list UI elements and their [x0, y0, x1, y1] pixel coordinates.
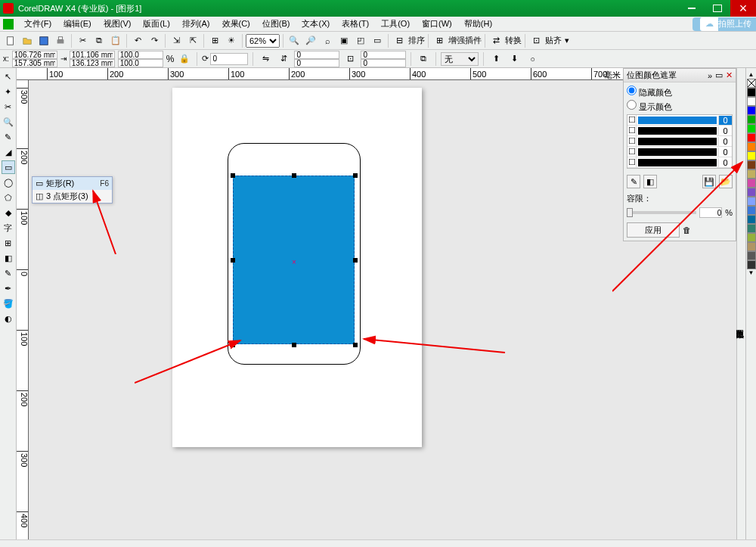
h-input[interactable]: [70, 59, 115, 67]
apply-button[interactable]: 应用: [627, 222, 680, 238]
palette-up-icon[interactable]: ▲: [748, 71, 754, 79]
mask-row[interactable]: ☐0: [627, 115, 732, 126]
delete-mask-button[interactable]: 🗑: [683, 225, 691, 235]
interactive-fill-tool[interactable]: ◐: [2, 312, 15, 325]
undo-button[interactable]: ↶: [130, 34, 145, 48]
selection-handle[interactable]: [231, 343, 235, 347]
swatch[interactable]: [747, 197, 756, 206]
app-launcher-button[interactable]: ⊞: [207, 34, 222, 48]
selection-handle[interactable]: [231, 173, 235, 178]
zoom-page-button[interactable]: ▣: [336, 34, 352, 48]
zoom-tool[interactable]: 🔍: [2, 115, 15, 129]
swatch[interactable]: [747, 251, 756, 260]
scale-y-input[interactable]: [118, 59, 163, 67]
corner-d-input[interactable]: [361, 59, 406, 67]
selection-handle[interactable]: [353, 343, 358, 347]
fill-tool[interactable]: 🪣: [2, 297, 15, 310]
app-menu-icon[interactable]: [3, 19, 14, 30]
rotation-input[interactable]: [210, 53, 248, 65]
mask-row[interactable]: ☐0: [627, 136, 732, 147]
zoom-in-button[interactable]: 🔍: [287, 34, 302, 48]
copy-button[interactable]: ⧉: [91, 34, 107, 48]
menu-window[interactable]: 窗口(W): [416, 18, 458, 30]
swatch[interactable]: [747, 160, 756, 169]
selection-handle[interactable]: [292, 173, 296, 178]
swatch[interactable]: [747, 188, 756, 197]
wrap-button[interactable]: ⧉: [416, 52, 431, 66]
docker-collapse-icon[interactable]: »: [708, 71, 712, 80]
swatch[interactable]: [747, 124, 756, 133]
text-tool[interactable]: 字: [2, 221, 15, 235]
docker-menu-icon[interactable]: ▭: [715, 70, 723, 80]
zoom-select[interactable]: 62%: [246, 34, 280, 48]
menu-bitmap[interactable]: 位图(B): [256, 18, 296, 30]
cut-button[interactable]: ✂: [75, 34, 90, 48]
close-button[interactable]: [730, 0, 756, 17]
zoom-out-button[interactable]: 🔎: [303, 34, 318, 48]
swatch-none[interactable]: [747, 79, 756, 88]
basic-shapes-tool[interactable]: ◆: [2, 206, 15, 219]
interactive-tool[interactable]: ◧: [2, 251, 15, 265]
selection-handle[interactable]: [292, 343, 296, 347]
y-input[interactable]: [12, 59, 57, 67]
minimize-button[interactable]: [679, 0, 705, 17]
save-button[interactable]: [36, 34, 51, 48]
show-color-radio[interactable]: 显示颜色: [627, 100, 733, 113]
menu-table[interactable]: 表格(T): [336, 18, 375, 30]
plugin-button[interactable]: ⊞: [432, 34, 447, 48]
swatch[interactable]: [747, 260, 756, 269]
paste-button[interactable]: 📋: [108, 34, 123, 48]
corner-c-input[interactable]: [361, 51, 406, 59]
pick-tool[interactable]: ↖: [2, 70, 15, 83]
rectangle-tool[interactable]: ▭: [2, 160, 15, 174]
corner-lock-button[interactable]: ⊡: [342, 52, 358, 66]
w-input[interactable]: [70, 51, 115, 59]
zoom-fit-button[interactable]: ◰: [353, 34, 368, 48]
scale-x-input[interactable]: [118, 51, 163, 59]
redo-button[interactable]: ↷: [147, 34, 162, 48]
menu-edit[interactable]: 编辑(E): [57, 18, 98, 30]
convert-button[interactable]: ⇄: [488, 34, 503, 48]
menu-layout[interactable]: 版面(L): [137, 18, 175, 30]
x-input[interactable]: [12, 51, 57, 59]
welcome-button[interactable]: ☀: [224, 34, 239, 48]
corner-a-input[interactable]: [294, 51, 339, 59]
polygon-tool[interactable]: ⬠: [2, 191, 15, 204]
eyedropper-button[interactable]: ✎: [627, 175, 640, 188]
swatch[interactable]: [747, 242, 756, 251]
outline-select[interactable]: 无: [441, 52, 479, 66]
menu-text[interactable]: 文本(X): [296, 18, 336, 30]
selection-handle[interactable]: [353, 258, 358, 263]
menu-effects[interactable]: 效果(C): [216, 18, 256, 30]
open-mask-button[interactable]: 📂: [719, 175, 733, 188]
snap-button[interactable]: ⊡: [528, 34, 544, 48]
swatch[interactable]: [747, 169, 756, 179]
docker-tab[interactable]: 位图颜色遮罩: [736, 68, 745, 547]
freehand-tool[interactable]: ✎: [2, 130, 15, 144]
swatch[interactable]: [747, 88, 756, 97]
selection-handle[interactable]: [353, 173, 358, 178]
swatch[interactable]: [747, 179, 756, 188]
mask-row[interactable]: ☐0: [627, 147, 732, 157]
menu-arrange[interactable]: 排列(A): [176, 18, 216, 30]
selection-handle[interactable]: [231, 258, 235, 263]
tolerance-input[interactable]: [699, 207, 722, 218]
mask-row[interactable]: ☐0: [627, 157, 732, 168]
menu-help[interactable]: 帮助(H): [458, 18, 498, 30]
docker-close-icon[interactable]: ✕: [726, 70, 733, 80]
swatch[interactable]: [747, 97, 756, 106]
mirror-h-button[interactable]: ⇋: [258, 52, 273, 66]
convert-curves-button[interactable]: ○: [525, 52, 540, 66]
crop-tool[interactable]: ✂: [2, 100, 15, 113]
to-front-button[interactable]: ⬆: [488, 52, 503, 66]
upload-badge[interactable]: ☁ 拍照上传: [692, 17, 756, 31]
table-tool[interactable]: ⊞: [2, 236, 15, 250]
ellipse-tool[interactable]: ◯: [2, 176, 15, 189]
swatch[interactable]: [747, 142, 756, 151]
new-button[interactable]: [3, 34, 18, 48]
menu-tools[interactable]: 工具(O): [375, 18, 416, 30]
swatch[interactable]: [747, 151, 756, 160]
swatch[interactable]: [747, 215, 756, 224]
export-button[interactable]: ⇱: [185, 34, 200, 48]
swatch[interactable]: [747, 133, 756, 142]
